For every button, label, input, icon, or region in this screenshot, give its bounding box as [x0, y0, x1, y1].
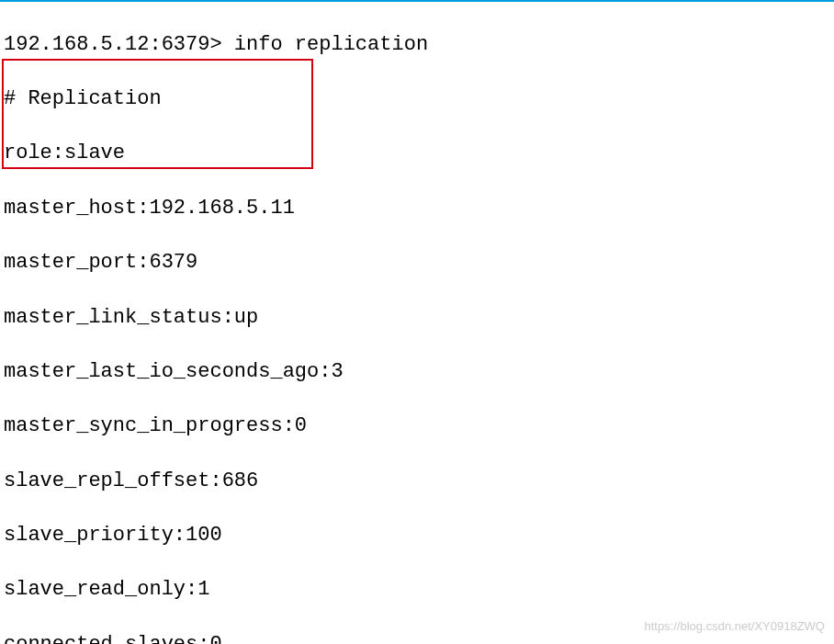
output-master-last-io: master_last_io_seconds_ago:3	[4, 358, 830, 386]
prompt: 192.168.5.12:6379>	[4, 33, 234, 56]
watermark-text: https://blog.csdn.net/XY0918ZWQ	[644, 618, 825, 635]
output-master-link-status: master_link_status:up	[4, 304, 830, 332]
output-master-host: master_host:192.168.5.11	[4, 195, 830, 222]
section-header: # Replication	[4, 85, 830, 113]
output-slave-repl-offset: slave_repl_offset:686	[4, 468, 830, 495]
output-master-port: master_port:6379	[4, 249, 830, 277]
output-slave-priority: slave_priority:100	[4, 522, 830, 549]
output-role: role:slave	[4, 140, 830, 167]
terminal-output[interactable]: 192.168.5.12:6379> info replication # Re…	[0, 2, 834, 644]
output-master-sync: master_sync_in_progress:0	[4, 412, 830, 440]
command-text: info replication	[234, 33, 428, 56]
output-slave-read-only: slave_read_only:1	[4, 576, 830, 604]
command-line: 192.168.5.12:6379> info replication	[4, 31, 830, 59]
